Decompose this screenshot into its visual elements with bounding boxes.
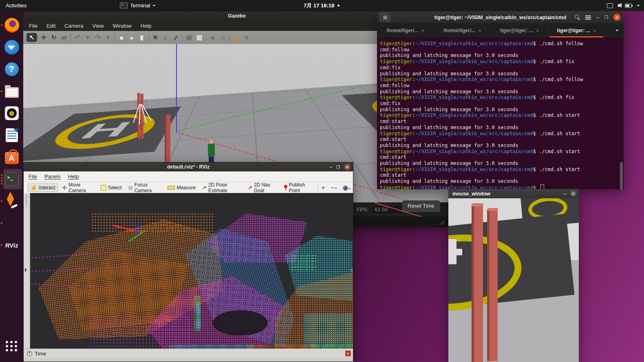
reset-time-button[interactable]: Reset Time [402,200,440,212]
spot-light-tool-icon[interactable]: ☼ [162,33,169,42]
tool-move-camera[interactable]: ✛Move Camera [60,181,97,194]
splitter-handle[interactable] [26,195,27,206]
rviz-menu-panels[interactable]: Panels [44,173,61,180]
terminal-titlebar[interactable]: ⊞ tiger@tiger: ~/VISIM_single/catkin_ws/… [377,11,624,23]
dock-item-files[interactable] [0,80,23,102]
add-tool-button[interactable]: + [319,184,327,191]
select-tool-icon[interactable]: ↖ [26,33,37,42]
clock[interactable]: 7月 17 16:18 [304,0,340,11]
redo-arrow-icon[interactable]: ▾ [104,33,112,42]
collapse-right-arrow[interactable] [348,268,353,272]
snap-tool-icon[interactable]: ∩ [219,33,227,42]
terminal-tab[interactable]: /home/tiger/...× [434,23,491,37]
dock-item-terminal[interactable]: >_ [0,168,23,190]
app-menu[interactable]: >- Terminal [120,2,156,9]
tab-close-icon[interactable]: × [421,28,424,33]
redo-button-icon[interactable]: ↷ [94,33,101,42]
tab-close-icon[interactable]: × [536,28,539,33]
translate-tool-icon[interactable]: ✛ [40,33,47,42]
gazebo-menu-window[interactable]: Window [113,23,132,29]
minimize-button[interactable]: – [563,191,566,197]
resize-grip[interactable] [440,220,445,225]
paste-button-icon[interactable]: ▥ [196,33,203,42]
time-panel-close-button[interactable]: × [345,351,351,356]
rviz-menu-file[interactable]: File [29,173,37,180]
copy-button-icon[interactable]: ▣ [185,33,193,42]
tool-interact[interactable]: ☝Interact [28,183,58,192]
remove-tool-button[interactable]: − [329,184,339,191]
close-button[interactable]: × [344,164,351,170]
input-method-icon [607,3,613,8]
dock-item-hidden-app[interactable] [0,212,23,234]
expand-panel-arrow[interactable] [25,268,29,272]
mouse-window-3d-view[interactable] [448,198,579,362]
minimize-button[interactable]: – [329,164,332,170]
point-light-tool-icon[interactable]: ☀ [152,33,159,42]
rviz-3d-view[interactable] [30,193,353,349]
terminal-tab[interactable]: tiger@tiger: ...× [491,23,548,37]
insert-model-tool-icon[interactable]: ■ [233,33,240,42]
rviz-menubar: FilePanelsHelp [24,171,353,182]
tool-properties-button[interactable]: ◉ [341,184,353,191]
tool-publish-point[interactable]: Publish Point [281,181,316,194]
tool-2d-pose-estimate[interactable]: ↗2D Pose Estimate [200,181,244,194]
terminal-tab[interactable]: /home/tiger/...× [377,23,434,37]
gazebo-icon [4,195,19,207]
align-tool-icon[interactable]: ≡ [209,33,216,42]
undo-button-icon[interactable]: ↶ [74,33,81,42]
gazebo-menu-view[interactable]: View [93,23,104,29]
close-button[interactable]: × [613,14,620,21]
tab-label: tiger@tiger: ... [557,28,590,33]
running-indicator [1,14,2,36]
dock-item-software[interactable]: A [0,146,23,168]
sphere-tool-icon[interactable]: ● [128,33,135,42]
dock-item-thunderbird[interactable] [0,36,23,58]
tool-label: 2D Nav Goal [254,182,277,193]
close-button[interactable]: × [570,191,576,197]
displays-panel-splitter[interactable] [24,193,30,349]
rviz-titlebar[interactable]: default.rviz* - RViz – ❐ × [24,162,353,171]
rotate-tool-icon[interactable]: ↻ [50,33,57,42]
tool-label: Focus Camera [135,182,161,193]
pointcloud-region-bottom-strip-green [311,344,353,349]
undo-arrow-icon[interactable]: ▾ [84,33,91,42]
cylinder-tool-icon[interactable]: ▮ [138,33,146,42]
maximize-button[interactable]: ❐ [336,165,340,169]
activities-button[interactable]: Activities [0,0,32,11]
box-tool-icon[interactable]: ■ [118,33,125,42]
maximize-button[interactable]: ❐ [604,15,608,20]
gazebo-menu-file[interactable]: File [29,23,37,29]
gazebo-menu-edit[interactable]: Edit [46,23,55,29]
dock-item-app-grid[interactable] [0,335,23,357]
terminal-tab[interactable]: tiger@tiger: ...× [548,23,605,37]
scale-tool-icon[interactable]: ▱ [60,33,68,42]
minimize-button[interactable]: – [596,14,599,20]
tool-label: Measure [176,185,196,191]
tool-measure[interactable]: Measure [165,184,198,191]
dock-item-gazebo[interactable] [0,190,23,212]
hamburger-menu-icon[interactable] [585,15,591,20]
tab-close-icon[interactable]: × [479,28,481,33]
tool-focus-camera[interactable]: ◎Focus Camera [126,181,163,194]
gazebo-menu-help[interactable]: Help [141,23,152,29]
dock-item-firefox[interactable] [0,14,23,36]
new-tab-button[interactable]: ⊞ [380,13,390,22]
dock-item-writer[interactable] [0,124,23,146]
tool-2d-nav-goal[interactable]: ↗2D Nav Goal [245,181,280,194]
gazebo-menu-camera[interactable]: Camera [64,23,83,29]
mouse-window-titlebar[interactable]: mouse_window – × [448,189,579,198]
terminal-output[interactable]: tiger@tiger:~/VISIM_single/catkin_ws/src… [377,38,624,189]
tool-select[interactable]: Select [98,184,124,191]
rviz-menu-help[interactable]: Help [68,173,79,180]
search-icon[interactable] [575,15,580,20]
system-tray[interactable] [607,0,640,11]
dock-item-rviz[interactable]: RViz [0,234,23,256]
scrollbar-thumb[interactable] [620,162,623,189]
directional-light-tool-icon[interactable]: ∕∕ [172,33,179,42]
dock-item-rhythmbox[interactable] [0,102,23,124]
tab-list-dropdown[interactable] [615,30,619,33]
tab-close-icon[interactable]: × [593,28,596,33]
dock-item-help[interactable]: ? [0,58,23,80]
terminal-icon: >_ [5,172,19,186]
insert-arrow-icon[interactable]: ▾ [243,33,250,42]
